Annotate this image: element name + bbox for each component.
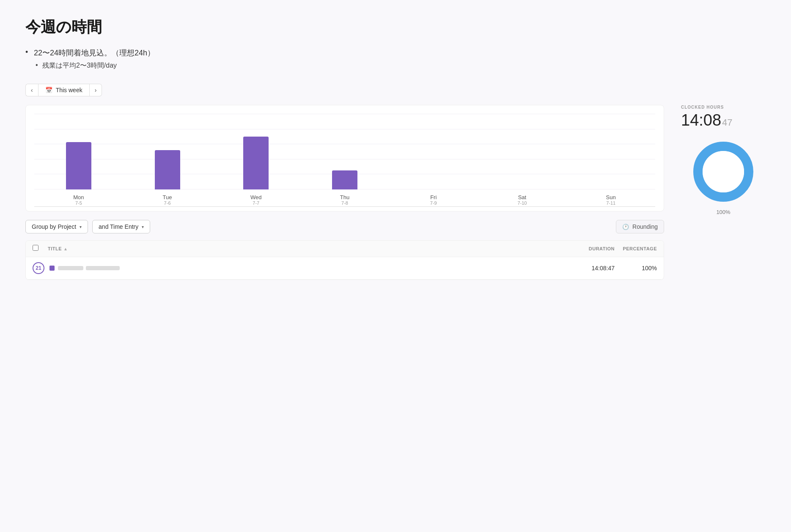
bar-label-wed: Wed7-7 xyxy=(250,194,262,206)
bar-day-name: Wed xyxy=(250,194,262,200)
row-title xyxy=(49,266,564,271)
week-current-label: This week xyxy=(56,87,82,93)
bar-label-sun: Sun7-11 xyxy=(606,194,616,206)
bar-day-date: 7-5 xyxy=(73,200,84,206)
calendar-icon: 📅 xyxy=(45,87,52,93)
bar-thu[interactable] xyxy=(332,170,357,189)
bar-day-date: 7-8 xyxy=(340,200,349,206)
controls-left: Group by Project ▾ and Time Entry ▾ xyxy=(25,220,150,233)
chart-container: Mon7-5Tue7-6Wed7-7Thu7-8Fri7-9Sat7-10Sun… xyxy=(25,105,664,211)
select-all-checkbox[interactable] xyxy=(33,245,38,251)
placeholder-bar-2 xyxy=(86,266,120,270)
donut-percent-label: 100% xyxy=(716,209,730,215)
donut-chart-wrapper: 100% xyxy=(681,138,766,215)
table-header: TITLE ▲ DURATION PERCENTAGE xyxy=(26,241,664,257)
bar-day-name: Sun xyxy=(606,194,616,200)
clocked-hours-label: CLOCKED HOURS xyxy=(681,105,766,110)
header-percentage: PERCENTAGE xyxy=(615,246,657,251)
bar-day-date: 7-6 xyxy=(163,200,172,206)
page-title: 今週の時間 xyxy=(25,17,766,38)
time-entry-dropdown[interactable]: and Time Entry ▾ xyxy=(92,220,150,233)
header-title: TITLE ▲ xyxy=(48,246,564,251)
prev-week-button[interactable]: ‹ xyxy=(25,84,38,96)
bar-day-date: 7-9 xyxy=(430,200,437,206)
bullet-item-1: 22〜24時間着地見込。（理想24h） xyxy=(25,48,766,58)
next-week-button[interactable]: › xyxy=(90,84,102,96)
bar-day-date: 7-11 xyxy=(606,200,616,206)
rounding-button[interactable]: 🕐 Rounding xyxy=(616,220,664,233)
bar-group-sun: Sun7-11 xyxy=(566,113,655,189)
time-entry-label: and Time Entry xyxy=(99,223,138,230)
chart-area: Mon7-5Tue7-6Wed7-7Thu7-8Fri7-9Sat7-10Sun… xyxy=(34,114,655,207)
bar-day-date: 7-7 xyxy=(250,200,262,206)
bar-group-sat: Sat7-10 xyxy=(478,113,567,189)
bar-day-name: Thu xyxy=(340,194,349,200)
bar-mon[interactable] xyxy=(66,142,91,189)
chevron-down-icon: ▾ xyxy=(80,225,82,229)
row-duration: 14:08:47 xyxy=(564,265,615,271)
group-by-label: Group by Project xyxy=(32,223,76,230)
bar-day-name: Fri xyxy=(430,194,437,200)
data-table: TITLE ▲ DURATION PERCENTAGE 21 xyxy=(25,240,664,280)
bars-wrapper: Mon7-5Tue7-6Wed7-7Thu7-8Fri7-9Sat7-10Sun… xyxy=(34,113,655,189)
bar-label-tue: Tue7-6 xyxy=(163,194,172,206)
controls-row: Group by Project ▾ and Time Entry ▾ 🕐 Ro… xyxy=(25,220,664,233)
bar-label-thu: Thu7-8 xyxy=(340,194,349,206)
title-header-label: TITLE xyxy=(48,246,62,251)
duration-header-label: DURATION xyxy=(589,246,615,251)
bar-day-name: Mon xyxy=(73,194,84,200)
bar-group-wed: Wed7-7 xyxy=(211,113,300,189)
rounding-label: Rounding xyxy=(632,223,658,230)
bar-group-fri: Fri7-9 xyxy=(389,113,478,189)
header-duration: DURATION xyxy=(564,246,615,251)
title-placeholder xyxy=(58,266,120,270)
clocked-time-sec: 47 xyxy=(722,117,732,128)
bullet-sub-item-1: 残業は平均2〜3時間/day xyxy=(25,61,766,70)
clock-icon: 🕐 xyxy=(622,224,629,230)
bar-tue[interactable] xyxy=(155,150,180,189)
title-color-block xyxy=(49,266,55,271)
bar-label-fri: Fri7-9 xyxy=(430,194,437,206)
sort-icon: ▲ xyxy=(63,247,68,251)
row-percentage: 100% xyxy=(615,265,657,271)
row-badge: 21 xyxy=(33,262,44,274)
table-row: 21 14:08:47 100% xyxy=(26,257,664,280)
percentage-header-label: PERCENTAGE xyxy=(623,246,657,251)
bar-day-name: Sat xyxy=(517,194,527,200)
week-label: 📅 This week xyxy=(38,84,90,96)
group-by-project-dropdown[interactable]: Group by Project ▾ xyxy=(25,220,88,233)
bar-label-sat: Sat7-10 xyxy=(517,194,527,206)
donut-center xyxy=(703,151,744,192)
bar-group-mon: Mon7-5 xyxy=(34,113,123,189)
bar-day-name: Tue xyxy=(163,194,172,200)
right-panel: CLOCKED HOURS 14:08 47 100% xyxy=(681,105,766,215)
clocked-time-main: 14:08 xyxy=(681,111,721,129)
clocked-time: 14:08 47 xyxy=(681,111,766,129)
bar-label-mon: Mon7-5 xyxy=(73,194,84,206)
bar-day-date: 7-10 xyxy=(517,200,527,206)
bullet-list: 22〜24時間着地見込。（理想24h） 残業は平均2〜3時間/day xyxy=(25,48,766,70)
bar-wed[interactable] xyxy=(243,137,269,189)
placeholder-bar-1 xyxy=(58,266,83,270)
bar-group-thu: Thu7-8 xyxy=(300,113,389,189)
chevron-down-icon-2: ▾ xyxy=(142,225,144,229)
header-checkbox xyxy=(33,245,43,252)
donut-chart xyxy=(689,138,757,206)
bar-group-tue: Tue7-6 xyxy=(123,113,212,189)
week-navigator: ‹ 📅 This week › xyxy=(25,84,766,96)
